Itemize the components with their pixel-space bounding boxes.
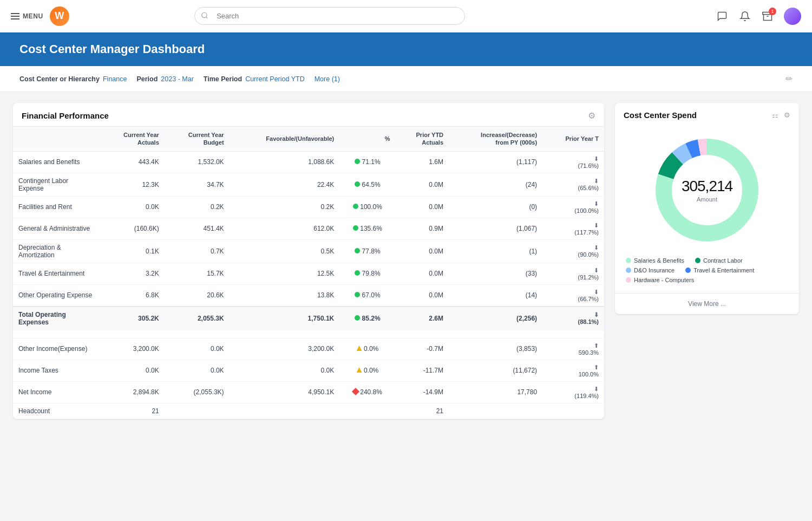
row-cy-actuals[interactable]: 12.3K bbox=[100, 173, 165, 196]
row-inc-dec: (1) bbox=[449, 239, 542, 263]
row-fav[interactable]: 3,200.0K bbox=[230, 338, 340, 360]
top-navigation: MENU W 1 bbox=[0, 0, 812, 32]
row-cy-actuals[interactable]: 2,894.8K bbox=[100, 381, 165, 403]
row-inc-dec: (1,067) bbox=[449, 218, 542, 239]
row-label: Facilities and Rent bbox=[13, 196, 100, 218]
row-cy-budget[interactable]: 0.7K bbox=[165, 239, 230, 263]
svg-point-0 bbox=[202, 12, 207, 17]
row-fav[interactable]: 13.8K bbox=[230, 284, 340, 307]
chat-icon[interactable] bbox=[716, 10, 729, 23]
row-cy-budget[interactable]: 20.6K bbox=[165, 284, 230, 307]
row-fav[interactable]: 0.2K bbox=[230, 196, 340, 218]
user-avatar[interactable] bbox=[784, 8, 801, 25]
notification-icon[interactable] bbox=[738, 10, 751, 23]
menu-button[interactable]: MENU bbox=[11, 12, 43, 20]
arrow-up-icon: ⬆ bbox=[594, 342, 599, 349]
row-cy-actuals[interactable]: 0.0K bbox=[100, 360, 165, 381]
row-cy-actuals[interactable]: 0.0K bbox=[100, 196, 165, 218]
total-cy-budget: 2,055.3K bbox=[165, 307, 230, 330]
row-arrow: ⬇(71.6%) bbox=[542, 151, 604, 173]
row-arrow: ⬇(90.0%) bbox=[542, 239, 604, 263]
row-fav[interactable]: 612.0K bbox=[230, 218, 340, 239]
cost-center-value[interactable]: Finance bbox=[103, 75, 127, 83]
filter-bar: Cost Center or Hierarchy Finance Period … bbox=[0, 66, 812, 92]
total-cy-actuals: 305.2K bbox=[100, 307, 165, 330]
search-input[interactable] bbox=[194, 7, 465, 25]
row-label: Contingent Labor Expense bbox=[13, 173, 100, 196]
total-prior-ytd: 2.6M bbox=[396, 307, 449, 330]
legend-label-salaries: Salaries & Benefits bbox=[634, 257, 684, 264]
row-indicator: 71.1% bbox=[339, 151, 395, 173]
row-label: Salaries and Benefits bbox=[13, 151, 100, 173]
row-cy-actuals[interactable]: (160.6K) bbox=[100, 218, 165, 239]
legend-contract-labor: Contract Labor bbox=[695, 257, 743, 264]
cost-center-label: Cost Center or Hierarchy bbox=[19, 75, 100, 83]
legend-dot-salaries bbox=[626, 258, 631, 263]
row-fav[interactable]: 1,088.6K bbox=[230, 151, 340, 173]
ccs-settings-icon[interactable]: ⚙ bbox=[784, 111, 790, 119]
main-content: Financial Performance ⚙ Current YearActu… bbox=[0, 92, 812, 430]
period-value[interactable]: 2023 - Mar bbox=[161, 75, 193, 83]
row-arrow: ⬇(91.2%) bbox=[542, 263, 604, 284]
indicator-yellow bbox=[357, 346, 362, 351]
donut-center-text: 305,214 Amount bbox=[682, 178, 732, 203]
more-filter[interactable]: More (1) bbox=[315, 75, 340, 83]
row-indicator: 67.0% bbox=[339, 284, 395, 307]
arrow-down-icon: ⬇ bbox=[594, 289, 599, 295]
row-label: Travel & Entertainment bbox=[13, 263, 100, 284]
legend-row-2: D&O Insurance Travel & Entertainment bbox=[626, 267, 788, 273]
row-prior-ytd: 0.0M bbox=[396, 284, 449, 307]
col-header-fav: Favorable/(Unfavorable) bbox=[230, 127, 340, 152]
row-label: Income Taxes bbox=[13, 360, 100, 381]
ccs-icons: ⚏ ⚙ bbox=[772, 111, 790, 119]
cost-center-spend-panel: Cost Center Spend ⚏ ⚙ 305, bbox=[615, 103, 799, 314]
row-prior-ytd: 1.6M bbox=[396, 151, 449, 173]
row-indicator: 240.8% bbox=[339, 381, 395, 403]
time-period-value[interactable]: Current Period YTD bbox=[245, 75, 305, 83]
row-arrow: ⬆100.0% bbox=[542, 360, 604, 381]
row-fav[interactable]: 0.5K bbox=[230, 239, 340, 263]
table-row: Depreciation & Amortization 0.1K 0.7K 0.… bbox=[13, 239, 604, 263]
filter-icon[interactable]: ⚏ bbox=[772, 111, 778, 119]
inbox-badge: 1 bbox=[769, 8, 776, 15]
table-row: General & Administrative (160.6K) 451.4K… bbox=[13, 218, 604, 239]
arrow-down-icon: ⬇ bbox=[594, 178, 599, 184]
fp-panel-header: Financial Performance ⚙ bbox=[13, 103, 604, 126]
row-cy-budget[interactable]: 451.4K bbox=[165, 218, 230, 239]
edit-filters-button[interactable]: ✏ bbox=[785, 74, 793, 84]
logo-text: W bbox=[55, 10, 64, 22]
legend-dot-hardware bbox=[626, 277, 631, 283]
row-cy-budget[interactable]: 34.7K bbox=[165, 173, 230, 196]
row-cy-budget[interactable]: 0.2K bbox=[165, 196, 230, 218]
row-arrow: ⬇(119.4%) bbox=[542, 381, 604, 403]
row-fav[interactable]: 0.0K bbox=[230, 360, 340, 381]
legend-label-travel: Travel & Entertainment bbox=[693, 267, 754, 273]
table-row: Travel & Entertainment 3.2K 15.7K 12.5K … bbox=[13, 263, 604, 284]
row-cy-actuals[interactable]: 0.1K bbox=[100, 239, 165, 263]
total-indicator: 85.2% bbox=[339, 307, 395, 330]
row-cy-actuals[interactable]: 3.2K bbox=[100, 263, 165, 284]
row-cy-actuals[interactable]: 3,200.0K bbox=[100, 338, 165, 360]
col-header-inc-dec: Increase/(Decrease)from PY (000s) bbox=[449, 127, 542, 152]
col-header-pct: % bbox=[339, 127, 395, 152]
fp-settings-icon[interactable]: ⚙ bbox=[588, 110, 595, 121]
row-cy-actuals[interactable]: 6.8K bbox=[100, 284, 165, 307]
legend-do-insurance: D&O Insurance bbox=[626, 267, 675, 273]
headcount-value[interactable]: 21 bbox=[100, 403, 165, 419]
row-fav[interactable]: 4,950.1K bbox=[230, 381, 340, 403]
col-header-cy-actuals: Current YearActuals bbox=[100, 127, 165, 152]
view-more-button[interactable]: View More ... bbox=[615, 293, 799, 314]
row-fav[interactable]: 12.5K bbox=[230, 263, 340, 284]
row-cy-budget[interactable]: 15.7K bbox=[165, 263, 230, 284]
row-fav[interactable]: 22.4K bbox=[230, 173, 340, 196]
row-cy-actuals[interactable]: 443.4K bbox=[100, 151, 165, 173]
inbox-icon[interactable]: 1 bbox=[761, 10, 774, 23]
total-inc-dec: (2,256) bbox=[449, 307, 542, 330]
total-arrow: ⬇(88.1%) bbox=[542, 307, 604, 330]
row-cy-budget[interactable]: 1,532.0K bbox=[165, 151, 230, 173]
arrow-down-icon: ⬇ bbox=[594, 311, 599, 318]
arrow-down-icon: ⬇ bbox=[594, 244, 599, 251]
row-arrow: ⬇(65.6%) bbox=[542, 173, 604, 196]
row-arrow: ⬇(117.7%) bbox=[542, 218, 604, 239]
row-indicator: 64.5% bbox=[339, 173, 395, 196]
